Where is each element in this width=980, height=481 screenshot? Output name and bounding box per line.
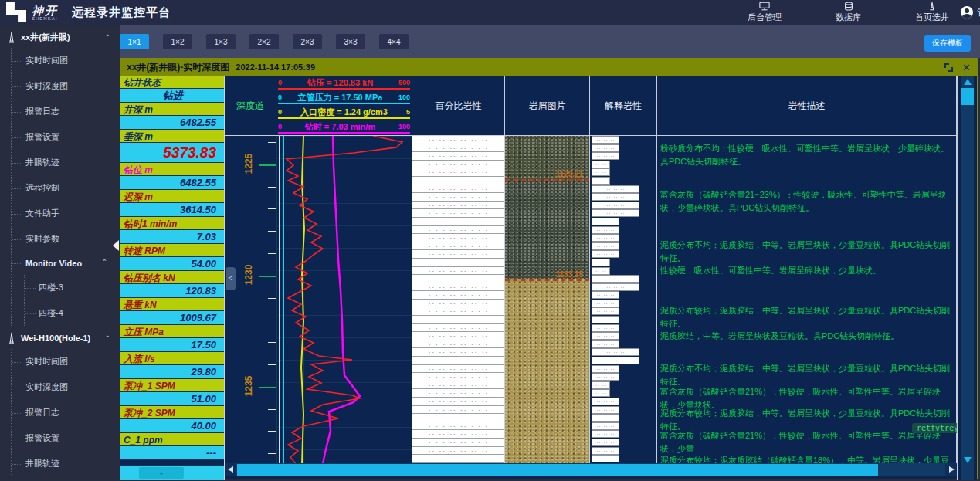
pct-lith-row: -- -- -- -- -- --: [412, 447, 504, 456]
layout-tab-4×4[interactable]: 4×4: [379, 34, 409, 49]
expand-icon[interactable]: [944, 63, 953, 72]
interp-lith-box: ·· ·· ··: [592, 455, 619, 462]
logo-cn: 神开: [32, 5, 58, 16]
scroll-left-icon[interactable]: [225, 463, 236, 476]
param-value-1: 6482.55: [120, 116, 224, 130]
pct-lith-row: - - - -- -- - - -: [412, 177, 504, 185]
legend-min: 0: [278, 78, 282, 88]
interp-row: ·· ·· ··: [590, 332, 656, 340]
layout-tab-1×1[interactable]: 1×1: [120, 34, 149, 49]
well-children: 实时时间图实时深度图报警日志报警设置井眼轨迹: [11, 349, 120, 476]
nav-label: 后台管理: [748, 12, 782, 23]
well-name: Wei-H100(Hole-1): [21, 334, 90, 343]
tooltip: retfvtrey: [912, 423, 957, 433]
derrick-icon: [6, 31, 17, 43]
sidebar-item-实时参数[interactable]: 实时参数: [12, 226, 120, 252]
save-template-button[interactable]: 保存模板: [924, 35, 971, 52]
pct-lith-row: - - - -- -- - - -: [412, 209, 504, 218]
rop-curve: [323, 136, 360, 464]
depth-track-header: 深度道: [225, 76, 276, 136]
interp-lith-box: ·· ·· ··: [592, 242, 619, 250]
sidebar-item-实时时间图[interactable]: 实时时间图: [12, 48, 120, 73]
pct-lith-row: - - - -- -- - - -: [412, 455, 504, 463]
app-root: 神开 SHENKAI 远程录井监控平台 后台管理 数据库 首页选井 管理员2 ▼: [0, 0, 980, 481]
layout-tab-2×2[interactable]: 2×2: [249, 34, 279, 49]
pct-lith-row: - - - -- -- - - -: [412, 406, 504, 415]
logo-en: SHENKAI: [32, 16, 58, 21]
scroll-right-icon[interactable]: [945, 463, 957, 476]
horizontal-scrollbar[interactable]: [225, 463, 957, 476]
nav-label: 数据库: [836, 12, 861, 23]
pct-lith-row: -- -- -- -- -- --: [412, 136, 504, 144]
interp-lith-box: ·· ·· ··: [592, 218, 619, 225]
close-icon[interactable]: ✕: [962, 63, 971, 73]
pct-lith-row: -- -- -- -- -- --: [412, 316, 504, 324]
interp-lith-box: ·· ·· ··: [592, 250, 619, 258]
pct-lith-row: -- -- -- -- -- --: [412, 250, 504, 259]
lith-description-4: 泥质分布较均；泥质胶结，中等。岩屑呈块状，少量豆粒状。具PDC钻头切削特征。: [660, 304, 951, 330]
interp-lith-box: ·· ·· ··: [592, 300, 619, 307]
sidebar-item-报警日志[interactable]: 报警日志: [12, 99, 120, 124]
collapse-caret-icon[interactable]: ⌃: [104, 334, 110, 342]
collapse-caret-icon[interactable]: ⌃: [101, 258, 107, 266]
horizontal-scroll-thumb[interactable]: [237, 464, 878, 476]
param-value-0: 钻进: [120, 89, 224, 103]
vertical-scrollbar[interactable]: [957, 76, 977, 480]
layout-tab-1×3[interactable]: 1×3: [206, 34, 236, 49]
sidebar-item-四楼-4[interactable]: 四楼-4: [25, 300, 120, 326]
sidebar-item-报警日志[interactable]: 报警日志: [12, 400, 120, 425]
pct-lith-row: - - - -- -- - - -: [412, 144, 504, 153]
derrick-icon: [6, 332, 17, 344]
sidebar-item-报警设置[interactable]: 报警设置: [12, 124, 120, 150]
nav-database[interactable]: 数据库: [836, 2, 861, 23]
depth-minor-tick: [268, 231, 276, 232]
param-value-3: 6482.55: [120, 176, 224, 190]
lith-description-2: 泥质分布不均；泥质胶结，中等。岩屑呈块状，少量豆粒状。具PDC钻头切削特征。: [660, 239, 951, 265]
pct-lith-row: - - - -- -- - - -: [412, 193, 504, 202]
legend-max: 500: [398, 78, 410, 88]
depth-major-tick: [259, 164, 276, 166]
pct-lith-row: - - - -- -- - - -: [412, 324, 504, 333]
legend-text: 入口密度 = 1.24 g/cm3: [300, 107, 388, 117]
well-children: 实时时间图实时深度图报警日志报警设置井眼轨迹远程控制文件助手实时参数Monito…: [11, 48, 120, 326]
sidebar-item-井眼轨迹[interactable]: 井眼轨迹: [12, 150, 120, 175]
sidebar-item-实时深度图[interactable]: 实时深度图: [12, 374, 120, 400]
layout-tab-2×3[interactable]: 2×3: [293, 34, 322, 49]
sidebar-item-井眼轨迹[interactable]: 井眼轨迹: [12, 451, 120, 476]
sidebar-collapse-handle[interactable]: [113, 240, 119, 251]
sidebar-item-文件助手[interactable]: 文件助手: [12, 201, 120, 226]
interp-row: ·· ·· ··: [590, 365, 656, 374]
interp-row: ·· ·· ··: [590, 406, 656, 415]
interp-lith-box: ·· ·· ··: [592, 324, 619, 332]
photo-depth-boundary: 1129.21: [505, 179, 589, 181]
nav-backend-management[interactable]: 后台管理: [748, 2, 782, 23]
sidebar-item-报警设置[interactable]: 报警设置: [12, 425, 120, 451]
layout-tab-1×2[interactable]: 1×2: [163, 34, 192, 49]
layout-tab-3×3[interactable]: 3×3: [336, 34, 365, 49]
legend-min: 0: [278, 107, 282, 117]
lith-description-3: 性较硬，吸水性、可塑性中等。岩屑呈碎块状，少量块状。: [660, 264, 951, 277]
collapse-caret-icon[interactable]: ⌃: [104, 33, 110, 41]
depth-label: 1235: [243, 373, 254, 399]
sidebar-item-实时时间图[interactable]: 实时时间图: [12, 349, 120, 374]
interp-row: ·· ·· ··: [590, 398, 656, 406]
well-node-0[interactable]: xx井(新井眼)⌃: [0, 25, 120, 48]
well-node-1[interactable]: Wei-H100(Hole-1)⌃: [0, 326, 120, 349]
vertical-scroll-thumb[interactable]: [961, 88, 974, 105]
interp-row: ·· ·· ··: [590, 300, 656, 308]
pct-lith-row: -- -- -- -- -- --: [412, 152, 504, 161]
user-avatar-icon: [961, 6, 973, 19]
sidebar-item-实时深度图[interactable]: 实时深度图: [12, 73, 120, 99]
nav-home-well-select[interactable]: 首页选井: [915, 2, 949, 23]
pct-lith-row: - - - -- -- - - -: [412, 357, 504, 365]
interp-row: ·· ·· ··: [590, 144, 656, 153]
sidebar-item-四楼-3[interactable]: 四楼-3: [25, 275, 120, 300]
param-dropdown-button[interactable]: ⌄: [139, 467, 184, 479]
scroll-up-icon[interactable]: [961, 77, 974, 86]
sidebar-item-monitor-video[interactable]: Monitor Video⌃: [12, 252, 120, 275]
scroll-down-icon[interactable]: [961, 456, 974, 465]
pct-lith-row: -- -- -- -- -- --: [412, 348, 504, 357]
panel-collapse-handle[interactable]: <: [226, 267, 236, 290]
sidebar-item-远程控制[interactable]: 远程控制: [12, 175, 120, 201]
user-menu[interactable]: 管理员2 ▼: [961, 0, 980, 25]
